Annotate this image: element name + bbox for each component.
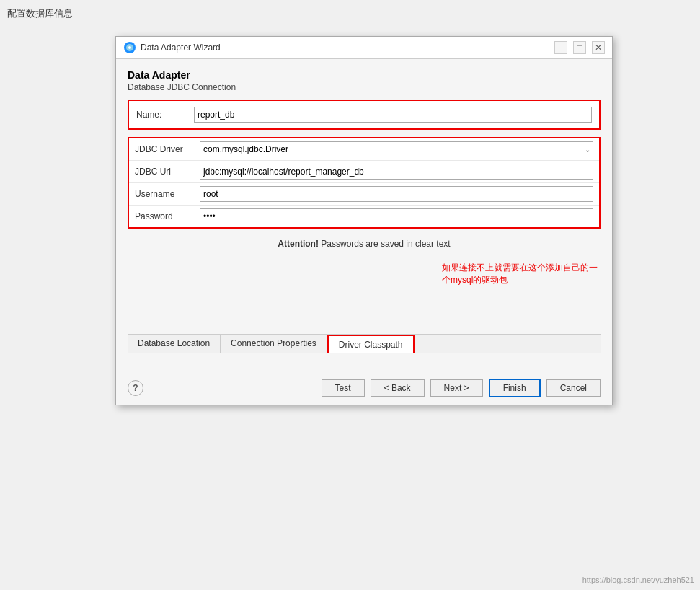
cancel-button[interactable]: Cancel — [546, 379, 601, 397]
dialog-title: Data Adapter Wizard — [141, 43, 221, 53]
middle-area: 如果连接不上就需要在这个添加自己的一个mysql的驱动包 — [128, 255, 601, 327]
jdbc-driver-select-wrapper: com.mysql.jdbc.Driver ⌄ — [200, 141, 593, 157]
tab-driver-classpath[interactable]: Driver Classpath — [327, 335, 415, 353]
username-row: Username — [129, 183, 599, 206]
title-bar-controls: – □ ✕ — [554, 41, 605, 54]
name-row: Name: — [136, 107, 592, 123]
dialog-subheading: Database JDBC Connection — [128, 82, 601, 92]
title-bar-left: Data Adapter Wizard — [123, 41, 221, 54]
name-input[interactable] — [194, 107, 592, 123]
jdbc-driver-label: JDBC Driver — [135, 144, 200, 154]
dialog-window: Data Adapter Wizard – □ ✕ Data Adapter D… — [115, 36, 613, 405]
help-button[interactable]: ? — [128, 380, 143, 396]
dialog-icon — [123, 41, 136, 54]
close-button[interactable]: ✕ — [592, 41, 605, 54]
tab-connection-properties[interactable]: Connection Properties — [221, 335, 327, 353]
username-input[interactable] — [200, 186, 593, 202]
tab-database-location[interactable]: Database Location — [128, 335, 221, 353]
minimize-button[interactable]: – — [554, 41, 567, 54]
password-input[interactable] — [200, 208, 593, 224]
finish-button[interactable]: Finish — [489, 379, 541, 397]
jdbc-url-label: JDBC Url — [135, 167, 200, 177]
password-row: Password — [129, 206, 599, 227]
jdbc-url-input[interactable] — [200, 164, 593, 180]
attention-container: Attention! Passwords are saved in clear … — [128, 236, 601, 255]
jdbc-section: JDBC Driver com.mysql.jdbc.Driver ⌄ JDBC… — [128, 137, 601, 229]
name-section: Name: — [128, 100, 601, 130]
attention-prefix: Attention! — [278, 239, 319, 249]
back-button[interactable]: < Back — [371, 379, 425, 397]
jdbc-driver-select[interactable]: com.mysql.jdbc.Driver — [200, 141, 593, 157]
svg-point-2 — [128, 46, 131, 49]
tabs-row: Database Location Connection Properties … — [128, 334, 601, 353]
username-label: Username — [135, 189, 200, 199]
jdbc-url-row: JDBC Url — [129, 161, 599, 183]
page-label: 配置数据库信息 — [7, 7, 73, 20]
annotation-text: 如果连接不上就需要在这个添加自己的一个mysql的驱动包 — [442, 262, 601, 286]
test-button[interactable]: Test — [322, 379, 365, 397]
name-label: Name: — [136, 110, 194, 120]
watermark: https://blog.csdn.net/yuzheh521 — [582, 576, 694, 584]
title-bar: Data Adapter Wizard – □ ✕ — [116, 37, 612, 59]
restore-button[interactable]: □ — [573, 41, 586, 54]
dialog-heading: Data Adapter — [128, 69, 601, 81]
jdbc-driver-row: JDBC Driver com.mysql.jdbc.Driver ⌄ — [129, 138, 599, 161]
footer-bar: ? Test < Back Next > Finish Cancel — [116, 371, 612, 405]
next-button[interactable]: Next > — [430, 379, 483, 397]
dialog-body: Data Adapter Database JDBC Connection Na… — [116, 59, 612, 364]
password-label: Password — [135, 211, 200, 221]
attention-message: Passwords are saved in clear text — [319, 239, 451, 249]
